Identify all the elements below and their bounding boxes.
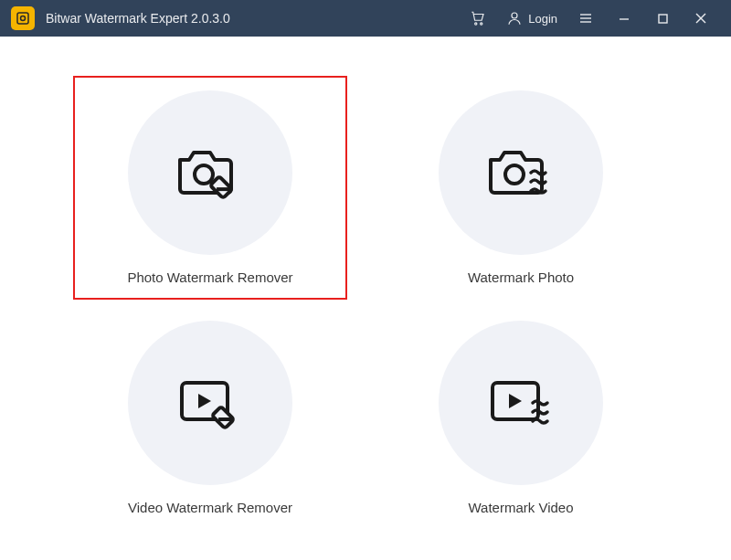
- svg-point-12: [195, 165, 213, 184]
- svg-point-4: [512, 13, 517, 18]
- option-label: Photo Watermark Remover: [127, 269, 292, 285]
- svg-point-1: [21, 16, 26, 21]
- svg-rect-0: [17, 13, 28, 24]
- login-button[interactable]: Login: [497, 10, 567, 26]
- menu-icon: [578, 11, 593, 26]
- titlebar: Bitwar Watermark Expert 2.0.3.0 Login: [0, 0, 731, 37]
- svg-point-15: [505, 165, 524, 184]
- icon-circle: [128, 90, 292, 255]
- close-button[interactable]: [682, 0, 720, 37]
- main-area: Photo Watermark Remover Watermark Photo: [0, 37, 731, 560]
- cart-icon: [470, 10, 486, 26]
- login-label: Login: [528, 12, 557, 26]
- minimize-button[interactable]: [605, 0, 643, 37]
- user-icon: [506, 10, 523, 26]
- logo-icon: [16, 11, 30, 26]
- option-watermark-video[interactable]: Watermark Video: [384, 306, 658, 530]
- svg-rect-9: [659, 15, 667, 23]
- option-label: Watermark Photo: [468, 269, 574, 285]
- option-label: Video Watermark Remover: [128, 500, 292, 515]
- camera-erase-icon: [175, 145, 246, 200]
- svg-point-2: [475, 23, 477, 25]
- minimize-icon: [618, 12, 630, 25]
- option-photo-watermark-remover[interactable]: Photo Watermark Remover: [73, 76, 347, 300]
- maximize-button[interactable]: [643, 0, 682, 37]
- svg-point-3: [481, 23, 482, 25]
- icon-circle: [128, 321, 292, 485]
- close-icon: [694, 12, 707, 25]
- maximize-icon: [657, 13, 669, 25]
- icon-circle: [439, 321, 603, 485]
- video-erase-icon: [175, 375, 246, 430]
- menu-button[interactable]: [567, 0, 605, 37]
- option-label: Watermark Video: [468, 500, 573, 515]
- camera-waves-icon: [485, 145, 556, 200]
- video-waves-icon: [485, 375, 556, 430]
- option-video-watermark-remover[interactable]: Video Watermark Remover: [73, 306, 347, 530]
- cart-button[interactable]: [459, 0, 497, 37]
- icon-circle: [439, 90, 603, 255]
- svg-rect-13: [210, 176, 232, 198]
- app-logo: [11, 6, 35, 30]
- app-title: Bitwar Watermark Expert 2.0.3.0: [46, 11, 230, 26]
- option-watermark-photo[interactable]: Watermark Photo: [384, 76, 658, 300]
- svg-rect-18: [212, 407, 234, 428]
- svg-marker-17: [198, 394, 211, 408]
- svg-marker-21: [509, 394, 522, 408]
